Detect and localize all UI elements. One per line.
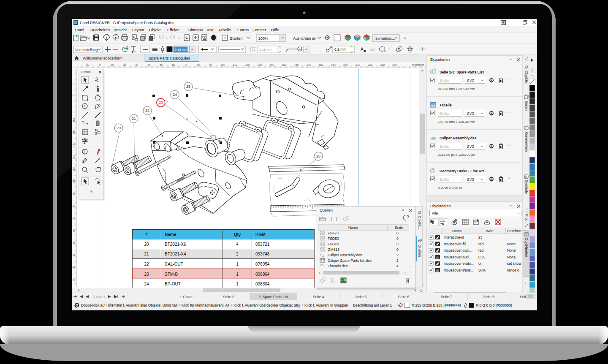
svg-text:240: 240	[392, 63, 397, 66]
svg-text:Name: Name	[165, 232, 176, 237]
svg-text:20: 20	[123, 63, 126, 66]
svg-text:0.35: 0.35	[478, 255, 486, 259]
svg-text:160: 160	[294, 63, 299, 66]
svg-text:21: 21	[144, 252, 149, 256]
svg-text:4: 4	[236, 242, 239, 247]
svg-text:0.18 mm: 0.18 mm	[259, 48, 272, 52]
svg-text:008304: 008304	[255, 282, 270, 286]
svg-text:80: 80	[197, 63, 200, 66]
svg-text:GM813: GM813	[328, 247, 339, 252]
svg-text:0.18 mm: 0.18 mm	[175, 48, 187, 52]
svg-text:red: red	[478, 242, 484, 246]
svg-text:30: 30	[73, 266, 75, 269]
svg-text:PDF: PDF	[202, 35, 207, 38]
svg-text:20: 20	[117, 126, 121, 130]
svg-text:20: 20	[73, 278, 75, 281]
svg-text:2: 2	[396, 258, 399, 263]
svg-text:23: 23	[144, 272, 149, 277]
svg-text:0: 0	[396, 242, 399, 246]
svg-text:Ausrichten an: Ausrichten an	[293, 36, 316, 41]
svg-text:Caliper Assembly.des: Caliper Assembly.des	[328, 253, 362, 257]
svg-text:0: 0	[99, 63, 101, 66]
svg-text:110: 110	[73, 167, 75, 171]
svg-text:mouseover-outli...: mouseover-outli...	[444, 248, 472, 253]
svg-text:076954: 076954	[255, 262, 270, 266]
svg-text:100: 100	[220, 63, 225, 66]
svg-text:1: 1	[236, 262, 239, 266]
svg-text:50: 50	[160, 63, 163, 66]
svg-text:BT2021-X6: BT2021-X6	[165, 242, 186, 247]
svg-text:23: 23	[478, 235, 483, 239]
svg-text:red: red	[478, 248, 484, 253]
svg-text:Threads.des: Threads.des	[328, 264, 347, 268]
svg-text:40: 40	[73, 254, 75, 257]
svg-text:0: 0	[396, 247, 399, 252]
svg-text:60: 60	[172, 63, 175, 66]
svg-text:230: 230	[380, 63, 385, 66]
svg-text:093748: 093748	[255, 252, 270, 256]
svg-text:Qty: Qty	[234, 232, 241, 237]
svg-text:0: 0	[396, 236, 399, 241]
svg-text:50: 50	[73, 242, 75, 244]
svg-text:100: 100	[73, 179, 75, 184]
svg-text:FSG23: FSG23	[328, 242, 339, 246]
svg-text:Be: Be	[299, 48, 302, 51]
svg-text:30: 30	[135, 63, 138, 66]
svg-text:25: 25	[186, 84, 190, 89]
svg-text:23: 23	[159, 101, 163, 105]
svg-text:180: 180	[319, 63, 323, 66]
svg-text:140: 140	[73, 130, 75, 135]
svg-text:1: 1	[236, 272, 239, 277]
svg-text:mouseover-visibi...: mouseover-visibi...	[444, 261, 474, 266]
svg-text:ITEM: ITEM	[255, 232, 266, 237]
svg-text:Starten: Starten	[230, 36, 243, 41]
svg-text:21: 21	[132, 117, 136, 121]
svg-text:80: 80	[73, 204, 75, 207]
svg-text:None: None	[507, 248, 516, 253]
svg-text:STM-B: STM-B	[165, 272, 178, 277]
svg-text:s: s	[525, 175, 527, 178]
svg-text:2: 2	[396, 253, 399, 257]
svg-text:70: 70	[184, 63, 187, 66]
svg-text:Voreinstellung...: Voreinstellung...	[75, 48, 100, 52]
svg-text:210: 210	[356, 63, 360, 66]
svg-text:150: 150	[73, 118, 75, 122]
svg-text:FSD53: FSD53	[328, 236, 339, 241]
svg-text:A: A	[361, 47, 364, 52]
svg-text:None: None	[507, 242, 516, 246]
svg-text:140: 140	[269, 63, 274, 66]
svg-text:130: 130	[73, 142, 75, 147]
svg-text:200: 200	[343, 63, 348, 66]
svg-text:22: 22	[145, 109, 149, 113]
svg-text:24: 24	[173, 92, 177, 97]
svg-text:set show: set show	[507, 261, 521, 266]
svg-text:Caliper Spare Parts list.xlsx: Caliper Spare Parts list.xlsx	[328, 258, 372, 263]
svg-text:10: 10	[86, 63, 90, 66]
svg-text:None: None	[507, 255, 516, 259]
svg-text:6.2 mm: 6.2 mm	[334, 47, 346, 52]
svg-text:70: 70	[73, 217, 75, 220]
svg-text:26: 26	[316, 154, 320, 158]
svg-text:150: 150	[282, 63, 286, 66]
svg-text:120: 120	[73, 155, 75, 159]
svg-text:22: 22	[144, 262, 149, 266]
svg-text:60: 60	[73, 229, 75, 232]
svg-text:110: 110	[233, 63, 237, 66]
svg-text:200%: 200%	[258, 36, 268, 41]
svg-text:#: #	[145, 232, 148, 237]
svg-text:BT2021-X4: BT2021-X4	[165, 252, 186, 256]
svg-text:»: »	[404, 36, 406, 41]
svg-text:220: 220	[368, 63, 372, 66]
svg-text:Millimeter: Millimeter	[412, 63, 424, 66]
svg-text:120: 120	[245, 63, 250, 66]
svg-text:range 0: range 0	[507, 268, 519, 272]
svg-text:90: 90	[73, 192, 75, 195]
svg-text:P: P	[224, 36, 226, 40]
svg-text:字: 字	[82, 138, 88, 144]
svg-text:006864: 006864	[255, 272, 270, 277]
svg-text:130: 130	[257, 63, 262, 66]
svg-text:on: on	[478, 261, 483, 266]
svg-text:50%: 50%	[478, 268, 486, 272]
svg-text:interactive-id: interactive-id	[444, 235, 464, 239]
svg-text:CAL-OUT: CAL-OUT	[165, 262, 183, 266]
